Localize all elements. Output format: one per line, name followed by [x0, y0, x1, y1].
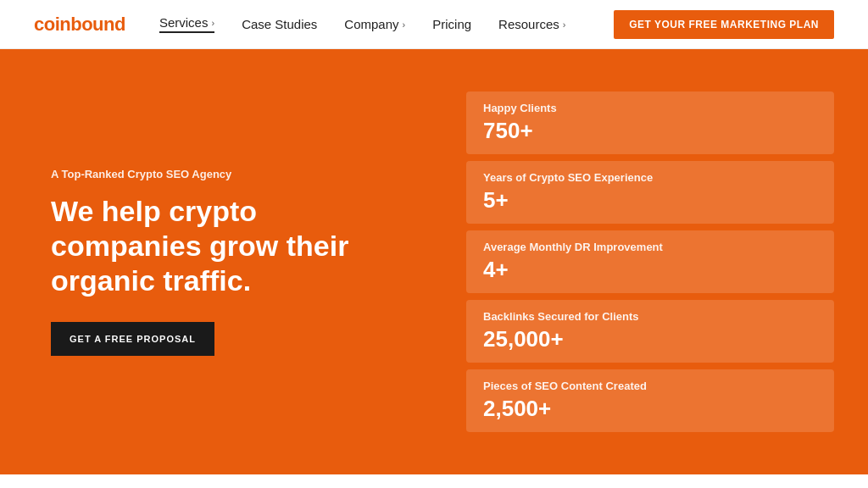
- logo[interactable]: coinbound: [34, 14, 125, 36]
- stat-happy-clients: Happy Clients 750+: [466, 92, 834, 154]
- hero-cta-button[interactable]: GET A FREE PROPOSAL: [51, 322, 214, 356]
- chevron-icon: ›: [563, 19, 566, 30]
- hero-headline: We help crypto companies grow their orga…: [51, 194, 415, 297]
- stat-seo-content: Pieces of SEO Content Created 2,500+: [466, 369, 834, 432]
- nav-company[interactable]: Company ›: [344, 17, 405, 31]
- stat-dr-improvement: Average Monthly DR Improvement 4+: [466, 230, 834, 293]
- nav-links: Services › Case Studies Company › Pricin…: [159, 15, 614, 33]
- nav-services[interactable]: Services ›: [159, 15, 214, 33]
- nav-resources[interactable]: Resources ›: [498, 17, 565, 31]
- chevron-icon: ›: [211, 18, 214, 28]
- chevron-icon: ›: [403, 19, 406, 30]
- hero-section: A Top-Ranked Crypto SEO Agency We help c…: [0, 49, 868, 474]
- logo-text: coinbound: [34, 14, 125, 35]
- logos-section: Some crypto companies we've helped grow …: [0, 474, 868, 488]
- nav-pricing[interactable]: Pricing: [432, 17, 471, 31]
- nav-case-studies[interactable]: Case Studies: [242, 17, 317, 31]
- hero-left: A Top-Ranked Crypto SEO Agency We help c…: [51, 168, 415, 355]
- stat-backlinks: Backlinks Secured for Clients 25,000+: [466, 300, 834, 363]
- hero-stats: Happy Clients 750+ Years of Crypto SEO E…: [466, 92, 834, 432]
- stat-years-experience: Years of Crypto SEO Experience 5+: [466, 161, 834, 224]
- navbar: coinbound Services › Case Studies Compan…: [0, 0, 868, 49]
- hero-tag: A Top-Ranked Crypto SEO Agency: [51, 168, 415, 180]
- nav-cta-button[interactable]: GET YOUR FREE MARKETING PLAN: [614, 10, 834, 39]
